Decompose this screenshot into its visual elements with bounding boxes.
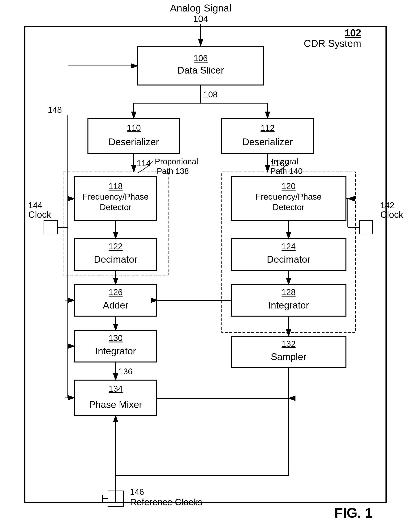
deserializer1-label: Deserializer bbox=[109, 137, 159, 147]
diagram-container: Analog Signal 104 102 CDR System 106 Dat… bbox=[0, 0, 413, 532]
deserializer2-ref: 112 bbox=[260, 123, 274, 133]
deserializer1-ref: 110 bbox=[127, 123, 141, 133]
fpd1-label2: Detector bbox=[100, 202, 132, 212]
fpd1-label1: Frequency/Phase bbox=[83, 192, 149, 201]
proportional-path-label: Proportional bbox=[155, 157, 198, 166]
svg-rect-2 bbox=[0, 0, 413, 532]
dec2-label: Decimator bbox=[267, 254, 310, 265]
cdr-system-label: CDR System bbox=[304, 38, 361, 49]
dec1-ref: 122 bbox=[109, 242, 123, 251]
wire-136-label: 136 bbox=[118, 367, 133, 376]
phase-mixer-label: Phase Mixer bbox=[89, 399, 142, 410]
data-slicer-ref: 106 bbox=[194, 54, 208, 63]
deserializer2-label: Deserializer bbox=[242, 137, 293, 147]
dec2-ref: 124 bbox=[281, 242, 296, 251]
fpd2-label2: Detector bbox=[273, 202, 304, 212]
analog-signal-ref: 104 bbox=[193, 14, 208, 24]
ref-clock-label: Reference Clocks bbox=[130, 497, 202, 507]
sampler-label: Sampler bbox=[271, 352, 306, 362]
analog-signal-label: Analog Signal bbox=[170, 2, 231, 14]
clock142-ref: 142 bbox=[380, 200, 394, 210]
figure-label: FIG. 1 bbox=[335, 505, 373, 521]
wire-114-label: 114 bbox=[137, 159, 151, 168]
fpd1-ref: 118 bbox=[109, 181, 123, 191]
dec1-label: Decimator bbox=[94, 254, 137, 265]
clock144-ref: 144 bbox=[28, 200, 42, 210]
data-slicer-label: Data Slicer bbox=[177, 65, 224, 76]
wire-148-label: 148 bbox=[48, 105, 62, 114]
fpd2-ref: 120 bbox=[281, 181, 296, 191]
adder-ref: 126 bbox=[109, 287, 123, 297]
proportional-path-ref: Path 138 bbox=[157, 167, 189, 176]
integrator2-ref: 130 bbox=[109, 333, 123, 343]
cdr-system-ref: 102 bbox=[345, 27, 361, 38]
wire-108-label: 108 bbox=[203, 90, 218, 99]
integral-path-label: Integral bbox=[271, 157, 298, 166]
integrator1-ref: 128 bbox=[281, 287, 296, 297]
clock144-label: Clock bbox=[28, 209, 51, 220]
ref-clock-ref: 146 bbox=[130, 487, 144, 496]
integrator2-label: Integrator bbox=[95, 346, 136, 356]
integral-path-ref: Path 140 bbox=[270, 167, 303, 176]
integrator1-label: Integrator bbox=[268, 300, 309, 311]
adder-label: Adder bbox=[103, 300, 128, 311]
sampler-ref: 132 bbox=[281, 339, 296, 348]
phase-mixer-ref: 134 bbox=[109, 384, 123, 393]
fpd2-label1: Frequency/Phase bbox=[256, 192, 322, 201]
clock142-label: Clock bbox=[380, 209, 403, 220]
